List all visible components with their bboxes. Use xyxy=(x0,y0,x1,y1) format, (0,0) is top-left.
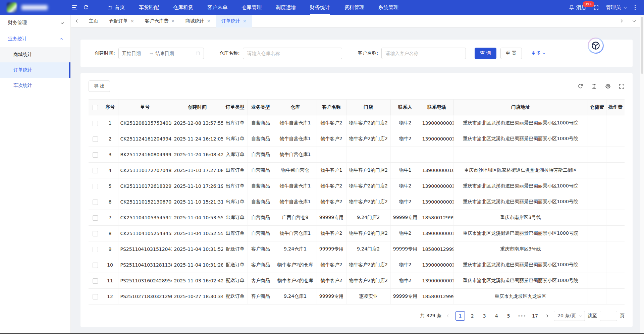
fullscreen-table-icon[interactable] xyxy=(619,84,625,89)
select-all-checkbox[interactable] xyxy=(93,105,98,110)
page-number-2[interactable]: 2 xyxy=(468,311,477,321)
tab-home[interactable]: 主页 xyxy=(84,15,104,27)
menu-item-7[interactable]: 系统管理 xyxy=(371,0,406,15)
row-checkbox[interactable] xyxy=(93,152,98,158)
close-icon[interactable]: × xyxy=(243,19,247,23)
cell-warehouse: 物牛自营仓库1 xyxy=(274,226,317,241)
cell-phone: 13900000001 xyxy=(420,257,453,273)
next-page-icon[interactable] xyxy=(542,311,551,321)
row-checkbox[interactable] xyxy=(93,294,98,299)
menu-item-1[interactable]: 仓库租赁 xyxy=(166,0,200,15)
sidebar-group-finance[interactable]: 财务管理 xyxy=(0,15,70,31)
cell-operation-fee xyxy=(606,178,625,194)
sidebar-item-trip-stats[interactable]: 车次统计 xyxy=(0,78,70,93)
start-date-input[interactable] xyxy=(122,51,148,56)
row-checkbox[interactable] xyxy=(93,184,98,189)
sidebar-collapse-icon[interactable] xyxy=(69,0,80,15)
row-checkbox[interactable] xyxy=(93,121,98,126)
tabs-scroll-right-icon[interactable] xyxy=(614,15,627,27)
cell-operation-fee xyxy=(606,194,625,210)
date-range-picker[interactable]: → xyxy=(118,48,204,59)
table-row: 8 CK25110410525434588 2025-11-04 10:52:5… xyxy=(89,226,625,241)
menu-item-4[interactable]: 调度运输 xyxy=(269,0,303,15)
refresh-icon[interactable] xyxy=(80,0,92,15)
cell-biz-type: 自营商品 xyxy=(248,115,274,131)
row-height-icon[interactable] xyxy=(591,84,597,89)
sidebar-section-business-stats[interactable]: 业务统计 xyxy=(0,31,70,47)
menu-item-home[interactable]: 首页 xyxy=(100,0,132,15)
cell-order-no-link[interactable]: CK25111015213067056 xyxy=(118,194,172,210)
page-size-select[interactable]: 20 条/页 xyxy=(554,311,585,321)
cell-order-no-link[interactable]: CK25120813575340107 xyxy=(118,115,172,131)
scrollbar-thumb[interactable] xyxy=(641,17,643,74)
more-options-icon[interactable] xyxy=(632,5,638,10)
close-icon[interactable]: × xyxy=(171,19,175,23)
scrollbar[interactable] xyxy=(640,15,644,334)
warehouse-name-input[interactable] xyxy=(243,48,342,59)
export-button[interactable]: 导 出 xyxy=(89,80,110,92)
cell-storage-fee xyxy=(588,178,606,194)
row-checkbox[interactable] xyxy=(93,231,98,236)
page-number-5[interactable]: 5 xyxy=(504,311,513,321)
messages-button[interactable]: 消息 99+ xyxy=(569,4,586,11)
row-checkbox[interactable] xyxy=(93,247,98,252)
customer-name-input[interactable] xyxy=(381,48,466,59)
tab-warehouse-orders[interactable]: 仓配订单 × xyxy=(104,15,140,27)
cell-storage-fee xyxy=(588,194,606,210)
row-checkbox[interactable] xyxy=(93,278,98,284)
total-count: 共 329 条 xyxy=(420,313,442,319)
page-number-3[interactable]: 3 xyxy=(480,311,489,321)
cell-store-address: 重庆市南岸区3号线 xyxy=(453,241,588,257)
reset-button[interactable]: 重 置 xyxy=(500,48,522,59)
settings-gear-icon[interactable] xyxy=(605,84,611,89)
username: 管理员 xyxy=(606,4,621,11)
menu-item-3[interactable]: 仓库管理 xyxy=(234,0,269,15)
tab-mall-stats[interactable]: 商城统计 × xyxy=(180,15,216,27)
close-icon[interactable]: × xyxy=(130,19,134,23)
close-icon[interactable]: × xyxy=(207,19,211,23)
table-row: 3 RK25112416080499930 2025-11-24 16:08:4… xyxy=(89,147,625,163)
tab-order-stats-active[interactable]: 订单统计 × xyxy=(216,15,252,27)
navbar-right: 消息 99+ 管理员 xyxy=(569,0,638,15)
cell-order-no-link[interactable]: RK25112416080499930 xyxy=(118,147,172,163)
user-menu[interactable]: 管理员 xyxy=(606,4,626,11)
table-row: 6 CK25111015213067056 2025-11-10 15:21:3… xyxy=(89,194,625,210)
cell-order-no-link[interactable]: CK25111017270704883 xyxy=(118,163,172,178)
page-number-17[interactable]: 17 xyxy=(530,311,540,321)
menu-item-6[interactable]: 资料管理 xyxy=(337,0,371,15)
search-button[interactable]: 查 询 xyxy=(475,48,496,59)
cell-order-no-link[interactable]: CK25111017261832974 xyxy=(118,178,172,194)
menu-item-label: 首页 xyxy=(115,4,125,11)
page-ellipsis[interactable]: ••• xyxy=(516,311,528,321)
cell-order-no-link[interactable]: PS25110410315120413 xyxy=(118,241,172,257)
row-checkbox[interactable] xyxy=(93,168,98,173)
sidebar-item-order-stats[interactable]: 订单统计 xyxy=(0,62,70,78)
row-checkbox[interactable] xyxy=(93,215,98,221)
cell-order-no-link[interactable]: PS25110316024289541 xyxy=(118,273,172,289)
row-checkbox[interactable] xyxy=(93,136,98,142)
prev-page-icon[interactable] xyxy=(444,311,453,321)
cell-order-no-link[interactable]: CK25110410535459129 xyxy=(118,210,172,226)
menu-item-0[interactable]: 车货匹配 xyxy=(132,0,166,15)
page-number-1[interactable]: 1 xyxy=(455,311,465,321)
end-date-input[interactable] xyxy=(155,51,181,56)
cell-order-type: 入库订单 xyxy=(223,147,248,163)
cell-order-no-link[interactable]: PS25102718303212906 xyxy=(118,289,172,304)
customer-name-label: 客户名称: xyxy=(358,50,378,56)
page-number-4[interactable]: 4 xyxy=(492,311,501,321)
cell-order-no-link[interactable]: CK25110410525434588 xyxy=(118,226,172,241)
tabs-menu-icon[interactable] xyxy=(627,15,640,27)
tabs-scroll-left-icon[interactable] xyxy=(71,15,84,27)
refresh-table-icon[interactable] xyxy=(578,84,583,89)
menu-item-2[interactable]: 客户来单 xyxy=(200,0,234,15)
sidebar-item-mall-stats[interactable]: 商城统计 xyxy=(0,47,70,62)
tab-customer-warehouse-fee[interactable]: 客户仓库费 × xyxy=(140,15,180,27)
more-filters-link[interactable]: 更多 xyxy=(531,50,544,56)
cell-order-no-link[interactable]: CK25112416120499414 xyxy=(118,131,172,147)
row-checkbox[interactable] xyxy=(93,263,98,268)
cell-operation-fee xyxy=(606,115,625,131)
row-checkbox[interactable] xyxy=(93,200,98,205)
cell-order-no-link[interactable]: PS25110410312811386 xyxy=(118,257,172,273)
menu-item-5-active[interactable]: 财务统计 xyxy=(303,0,337,15)
jump-page-input[interactable] xyxy=(600,311,617,321)
